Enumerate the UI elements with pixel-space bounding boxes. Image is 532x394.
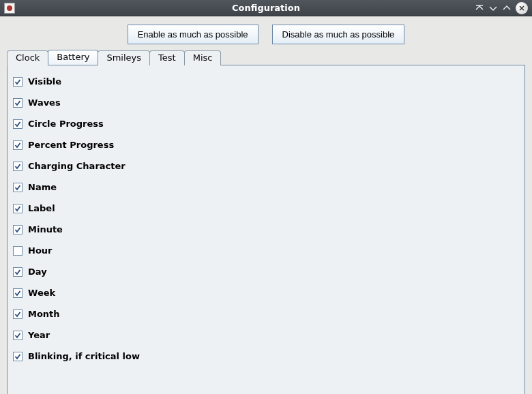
option-label: Minute	[28, 224, 63, 234]
option-label: Year	[28, 330, 50, 340]
checkbox[interactable]	[13, 98, 23, 108]
minimize-icon[interactable]	[488, 3, 498, 13]
option-row: Visible	[13, 71, 519, 92]
option-label: Name	[28, 182, 57, 192]
option-row: Day	[13, 261, 519, 282]
option-label: Day	[28, 267, 47, 277]
tab-label: Misc	[193, 52, 213, 63]
option-label: Waves	[28, 97, 61, 108]
app-icon	[4, 3, 15, 14]
tabstrip: ClockBatterySmileysTestMisc	[7, 50, 525, 65]
shade-up-icon[interactable]	[475, 3, 484, 13]
tab-clock[interactable]: Clock	[7, 50, 48, 65]
svg-point-0	[7, 5, 12, 11]
checkbox[interactable]	[13, 246, 23, 256]
enable-all-button[interactable]: Enable as much as possible	[128, 25, 258, 44]
option-label: Label	[28, 203, 55, 213]
checkbox[interactable]	[13, 77, 23, 87]
option-row: Week	[13, 282, 519, 303]
checkbox[interactable]	[13, 352, 23, 361]
button-row: Enable as much as possible Disable as mu…	[0, 16, 532, 50]
option-row: Percent Progress	[13, 134, 519, 155]
option-row: Minute	[13, 219, 519, 240]
disable-all-button[interactable]: Disable as much as possible	[272, 25, 405, 44]
tab-test[interactable]: Test	[149, 50, 185, 65]
tab-smileys[interactable]: Smileys	[98, 50, 150, 65]
checkbox[interactable]	[13, 140, 23, 150]
option-label: Percent Progress	[28, 140, 114, 150]
tab-label: Clock	[16, 52, 40, 63]
option-label: Circle Progress	[28, 119, 104, 129]
option-row: Waves	[13, 92, 519, 113]
window-controls	[475, 2, 532, 14]
checkbox[interactable]	[13, 119, 23, 129]
close-icon[interactable]	[516, 2, 528, 14]
option-row: Name	[13, 177, 519, 198]
tab-label: Smileys	[106, 52, 141, 63]
option-label: Month	[28, 309, 60, 319]
tab-misc[interactable]: Misc	[184, 50, 222, 65]
option-row: Charging Character	[13, 155, 519, 177]
option-row: Label	[13, 198, 519, 219]
option-label: Week	[28, 288, 55, 298]
option-row: Blinking, if critical low	[13, 346, 519, 367]
option-label: Visible	[28, 76, 61, 87]
option-row: Circle Progress	[13, 113, 519, 134]
checkbox[interactable]	[13, 309, 23, 319]
tab-label: Battery	[57, 52, 89, 62]
checkbox[interactable]	[13, 331, 23, 340]
option-label: Charging Character	[28, 161, 125, 171]
tab-panel: VisibleWavesCircle ProgressPercent Progr…	[7, 65, 525, 394]
tab-label: Test	[158, 52, 176, 63]
checkbox[interactable]	[13, 162, 23, 171]
option-row: Hour	[13, 240, 519, 261]
tab-battery[interactable]: Battery	[48, 50, 98, 65]
option-row: Year	[13, 324, 519, 346]
option-row: Month	[13, 303, 519, 324]
checkbox[interactable]	[13, 267, 23, 277]
option-label: Hour	[28, 245, 52, 256]
checkbox[interactable]	[13, 288, 23, 298]
checkbox[interactable]	[13, 183, 23, 192]
window-title: Configuration	[0, 3, 532, 13]
maximize-icon[interactable]	[502, 3, 512, 13]
checkbox[interactable]	[13, 225, 23, 234]
checkbox[interactable]	[13, 204, 23, 213]
titlebar: Configuration	[0, 0, 532, 16]
option-label: Blinking, if critical low	[28, 351, 140, 361]
